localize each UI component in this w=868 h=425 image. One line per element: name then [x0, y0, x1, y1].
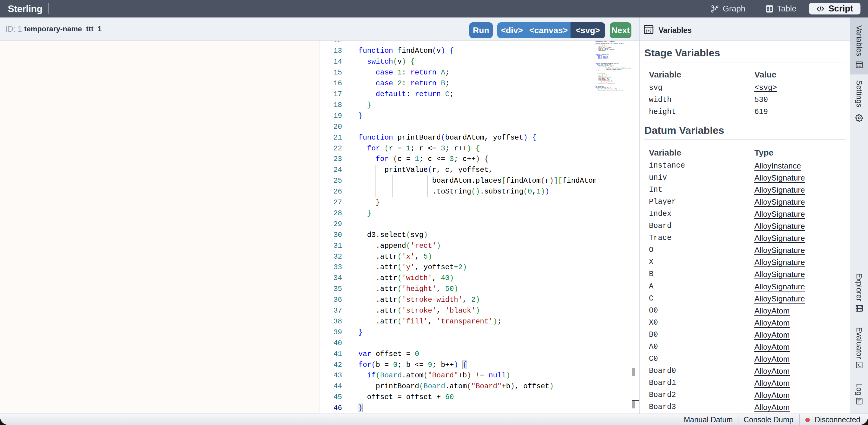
svg-text:(x): (x) — [646, 28, 651, 33]
svg-text:(x): (x) — [857, 64, 861, 68]
